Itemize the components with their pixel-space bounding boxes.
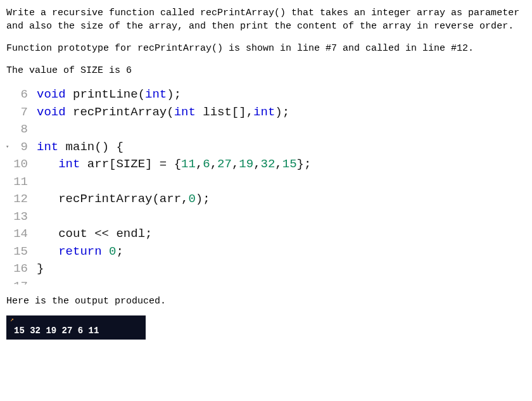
problem-paragraph-3: The value of SIZE is 6 [6, 64, 526, 77]
line-number: 17 [6, 278, 28, 284]
code-line [37, 121, 311, 139]
code-line: void printLine(int); [37, 86, 311, 104]
code-line: int main() { [37, 139, 311, 156]
output-label: Here is the output produced. [6, 296, 526, 307]
code-line [37, 208, 311, 226]
terminal-output: 15 32 19 27 6 11 [6, 323, 146, 340]
line-number: 16 [6, 260, 28, 278]
line-number: 15 [6, 243, 28, 261]
prompt-icon: ↗ [10, 315, 15, 320]
code-line [37, 174, 311, 191]
code-line: int arr[SIZE] = {11,6,27,19,32,15}; [37, 156, 311, 174]
fold-icon: ▾ [6, 143, 9, 151]
line-number: 14 [6, 226, 28, 243]
problem-paragraph-2: Function prototype for recPrintArray() i… [6, 42, 526, 55]
code-line [37, 278, 311, 284]
line-gutter: 6789▾1011121314151617 [6, 86, 33, 284]
line-number: 8 [6, 121, 28, 139]
line-number: 6 [6, 86, 28, 104]
code-line: cout << endl; [37, 226, 311, 243]
line-number: 9▾ [6, 139, 28, 156]
code-line: } [37, 260, 311, 278]
code-line: void recPrintArray(int list[],int); [37, 104, 311, 122]
line-number: 13 [6, 208, 28, 226]
code-line: recPrintArray(arr,0); [37, 191, 311, 208]
line-number: 7 [6, 104, 28, 122]
code-content: void printLine(int);void recPrintArray(i… [33, 86, 311, 284]
problem-paragraph-1: Write a recursive function called recPri… [6, 6, 526, 33]
line-number: 12 [6, 191, 28, 208]
code-line: return 0; [37, 243, 311, 261]
terminal-titlebar: ↗ [6, 315, 146, 323]
line-number: 11 [6, 174, 28, 191]
line-number: 10 [6, 156, 28, 174]
code-editor: 6789▾1011121314151617 void printLine(int… [6, 86, 526, 284]
terminal-window: ↗ 15 32 19 27 6 11 [6, 315, 146, 340]
